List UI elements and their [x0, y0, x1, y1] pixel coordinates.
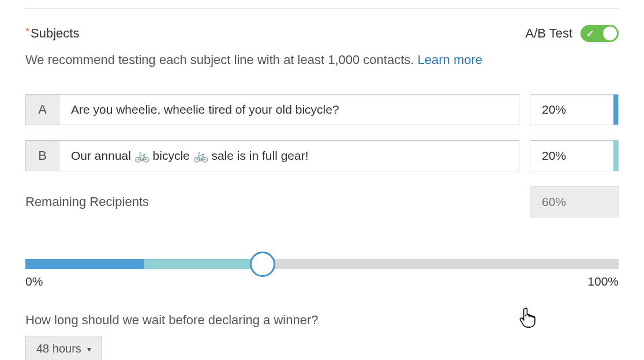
slider-segment-a [25, 259, 144, 269]
abtest-toggle-group: A/B Test ✓ [525, 25, 619, 42]
percent-stripe-b [613, 141, 618, 171]
subject-input-b[interactable] [59, 141, 519, 171]
percent-box-a: 20% [530, 94, 619, 125]
check-icon: ✓ [586, 28, 594, 39]
subjects-label-text: Subjects [31, 26, 79, 40]
slider-min-label: 0% [25, 275, 43, 288]
subjects-header: *Subjects A/B Test ✓ [25, 25, 619, 42]
remaining-percent-value: 60% [542, 195, 566, 209]
winner-wait-selected: 48 hours [36, 342, 81, 355]
chevron-down-icon: ▾ [87, 344, 91, 354]
learn-more-link[interactable]: Learn more [418, 52, 483, 67]
percent-value-a: 20% [530, 103, 566, 117]
remaining-row: Remaining Recipients 60% [25, 186, 619, 217]
slider-max-label: 100% [587, 275, 619, 288]
winner-wait-question: How long should we wait before declaring… [25, 313, 619, 328]
winner-wait-select[interactable]: 48 hours ▾ [25, 336, 102, 360]
subject-row-a: A 20% [25, 94, 619, 125]
percent-stripe-a [613, 95, 618, 125]
percent-value-b: 20% [530, 149, 566, 163]
allocation-slider[interactable] [25, 259, 619, 269]
subjects-label: *Subjects [25, 26, 79, 41]
toggle-knob [603, 27, 617, 40]
slider-track [25, 259, 619, 269]
slider-segment-b [144, 259, 263, 269]
abtest-label: A/B Test [525, 26, 572, 41]
variant-a-box: A [25, 94, 519, 125]
slider-handle[interactable] [250, 252, 275, 277]
slider-labels: 0% 100% [25, 275, 619, 288]
percent-box-b: 20% [530, 140, 619, 171]
remaining-percent-box: 60% [530, 186, 619, 217]
subject-input-a[interactable] [59, 95, 519, 125]
variant-b-letter: B [26, 141, 59, 171]
variant-a-letter: A [26, 95, 59, 125]
variant-b-box: B [25, 140, 519, 171]
abtest-toggle[interactable]: ✓ [581, 25, 619, 42]
section-divider [25, 8, 619, 9]
subject-row-b: B 20% [25, 140, 619, 171]
help-text-row: We recommend testing each subject line w… [25, 52, 619, 68]
help-text: We recommend testing each subject line w… [25, 52, 418, 67]
required-asterisk: * [25, 26, 29, 38]
remaining-label: Remaining Recipients [25, 194, 149, 209]
